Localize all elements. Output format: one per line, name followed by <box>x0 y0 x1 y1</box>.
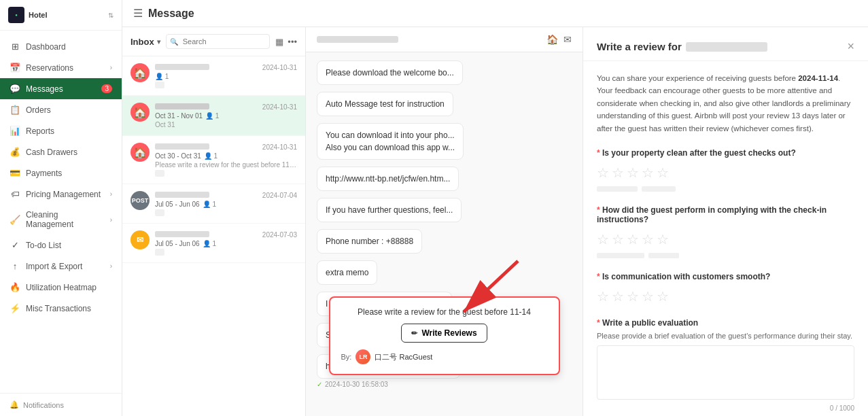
sidebar: ● Hotel ⇅ ⊞ Dashboard 📅 Reservations › 💬… <box>0 0 122 416</box>
star-3[interactable]: ☆ <box>627 231 639 247</box>
search-input[interactable] <box>166 34 271 49</box>
avatar: 🏠 <box>131 143 150 162</box>
sidebar-item-import[interactable]: ↑ Import & Export › <box>0 256 122 277</box>
app-logo: ● <box>8 7 24 23</box>
sidebar-item-dashboard[interactable]: ⊞ Dashboard <box>0 36 122 57</box>
star-2[interactable]: ☆ <box>612 164 624 181</box>
sidebar-item-heatmap[interactable]: 🔥 Utilization Heatmap <box>0 277 122 298</box>
sidebar-chevron-icon[interactable]: ⇅ <box>108 12 114 19</box>
list-item[interactable]: 🏠 2024-10-31 👤 1 <box>122 56 305 96</box>
review-panel-body: You can share your experience of receivi… <box>583 61 868 416</box>
star-3[interactable]: ☆ <box>627 288 639 305</box>
main-content: ☰ Message Inbox ▾ 🔍 ▦ ••• <box>122 0 868 416</box>
cleaning-icon: 🧹 <box>10 215 20 225</box>
star-4[interactable]: ☆ <box>642 288 654 305</box>
bubble-text: Phone number : +88888 <box>317 229 422 254</box>
reports-icon: 📊 <box>10 126 20 136</box>
star-4[interactable]: ☆ <box>642 231 654 247</box>
todo-icon: ✓ <box>10 240 20 250</box>
review-question-clean: Is your property clean after the guest c… <box>597 148 854 158</box>
sidebar-item-todo[interactable]: ✓ To-do List <box>0 235 122 256</box>
guest-name-blurred <box>686 42 767 52</box>
filter-icon[interactable]: ▦ <box>275 37 283 47</box>
avatar: LR <box>355 349 370 364</box>
star-2[interactable]: ☆ <box>612 288 624 305</box>
sidebar-item-reports[interactable]: 📊 Reports <box>0 120 122 141</box>
review-author: 口二号 RacGuest <box>375 352 432 362</box>
sidebar-navigation: ⊞ Dashboard 📅 Reservations › 💬 Messages … <box>0 31 122 393</box>
pencil-icon: ✏ <box>411 329 417 338</box>
bubble-text: If you have further questions, feel... <box>317 198 462 222</box>
sender-name <box>155 103 209 111</box>
list-item[interactable]: ✉ 2024-07-03 Jul 05 - Jun 06 👤 1 <box>122 224 305 263</box>
sidebar-item-label: Pricing Management <box>26 190 101 199</box>
star-4[interactable]: ☆ <box>642 164 654 181</box>
sidebar-item-misc[interactable]: ⚡ Misc Transactions <box>0 298 122 319</box>
more-icon[interactable]: ••• <box>288 37 297 47</box>
star-1[interactable]: ☆ <box>597 288 609 305</box>
close-button[interactable]: × <box>847 39 854 54</box>
message-meta: Jul 05 - Jun 06 👤 1 <box>155 240 297 247</box>
reservations-icon: 📅 <box>10 63 20 73</box>
date-range: Jul 05 - Jun 06 <box>155 240 200 247</box>
star-1[interactable]: ☆ <box>597 164 609 181</box>
sender-name <box>155 63 209 71</box>
list-item[interactable]: 🏠 2024-10-31 Oct 31 - Nov 01 👤 1 Oct 31 <box>122 96 305 136</box>
sidebar-item-cash-drawers[interactable]: 💰 Cash Drawers <box>0 141 122 162</box>
sidebar-item-pricing[interactable]: 🏷 Pricing Management › <box>0 184 122 205</box>
inbox-dropdown[interactable]: Inbox ▾ <box>131 37 160 47</box>
date-range: Jul 05 - Jun 06 <box>155 201 200 208</box>
bubble-text: You can download it into your pho...Also… <box>317 123 464 160</box>
message-list-header: Inbox ▾ 🔍 ▦ ••• <box>122 27 305 56</box>
bubble-text: Please download the welcome bo... <box>317 60 463 85</box>
message-preview: Oct 31 <box>155 121 297 128</box>
chevron-right-icon: › <box>110 216 112 224</box>
star-5[interactable]: ☆ <box>657 164 669 181</box>
sidebar-item-cleaning[interactable]: 🧹 Cleaning Management › <box>0 205 122 235</box>
message-content: 2024-10-31 Oct 30 - Oct 31 👤 1 Please wr… <box>155 143 297 177</box>
sidebar-item-label: Reservations <box>26 63 73 73</box>
inbox-chevron-icon: ▾ <box>157 38 160 46</box>
heatmap-icon: 🔥 <box>10 282 20 292</box>
message-meta: Oct 30 - Oct 31 👤 1 <box>155 152 297 160</box>
message-content: 2024-07-04 Jul 05 - Jun 06 👤 1 <box>155 191 297 216</box>
write-reviews-button[interactable]: ✏ Write Reviews <box>401 324 487 343</box>
sidebar-item-label: Misc Transactions <box>26 304 91 313</box>
star-5[interactable]: ☆ <box>657 231 669 247</box>
hotel-name: Hotel <box>29 11 104 19</box>
sidebar-item-orders[interactable]: 📋 Orders <box>0 99 122 120</box>
star-rating-checkin[interactable]: ☆ ☆ ☆ ☆ ☆ <box>597 231 854 247</box>
review-question-checkin: How did the guest perform in complying w… <box>597 205 854 224</box>
public-eval-textarea[interactable] <box>597 345 854 400</box>
list-item[interactable]: POST 2024-07-04 Jul 05 - Jun 06 👤 1 <box>122 184 305 224</box>
misc-icon: ⚡ <box>10 303 20 313</box>
star-1[interactable]: ☆ <box>597 231 609 247</box>
sidebar-item-payments[interactable]: 💳 Payments <box>0 162 122 184</box>
star-2[interactable]: ☆ <box>612 231 624 247</box>
sidebar-item-label: Orders <box>26 105 51 115</box>
message-icon-small <box>155 209 164 216</box>
chevron-right-icon: › <box>110 190 112 198</box>
sidebar-item-label: Messages <box>26 84 63 94</box>
star-5[interactable]: ☆ <box>657 288 669 305</box>
date-range: Oct 30 - Oct 31 <box>155 152 201 160</box>
sidebar-item-label: Dashboard <box>26 42 66 52</box>
write-reviews-label: Write Reviews <box>421 328 476 338</box>
sidebar-footer: 🔔 Notifications <box>0 393 122 416</box>
message-meta: Jul 05 - Jun 06 👤 1 <box>155 201 297 208</box>
message-date: 2024-07-04 <box>262 192 297 199</box>
cash-icon: 💰 <box>10 147 20 157</box>
star-rating-clean[interactable]: ☆ ☆ ☆ ☆ ☆ <box>597 164 854 181</box>
sender-name <box>155 143 209 151</box>
list-item[interactable]: 🏠 2024-10-31 Oct 30 - Oct 31 👤 1 Please … <box>122 136 305 184</box>
bubble-text: extra memo <box>317 260 377 285</box>
review-notification: Please write a review for the guest befo… <box>329 296 560 375</box>
message-bubble: http://www.ntt-bp.net/jcfw/en.htm... <box>317 167 459 191</box>
sidebar-item-reservations[interactable]: 📅 Reservations › <box>0 57 122 78</box>
sidebar-item-messages[interactable]: 💬 Messages 3 <box>0 78 122 99</box>
star-rating-communication[interactable]: ☆ ☆ ☆ ☆ ☆ <box>597 288 854 305</box>
star-3[interactable]: ☆ <box>627 164 639 181</box>
message-bubble: If you have further questions, feel... <box>317 198 462 222</box>
chevron-right-icon: › <box>110 64 112 71</box>
review-section-checkin: How did the guest perform in complying w… <box>597 205 854 258</box>
